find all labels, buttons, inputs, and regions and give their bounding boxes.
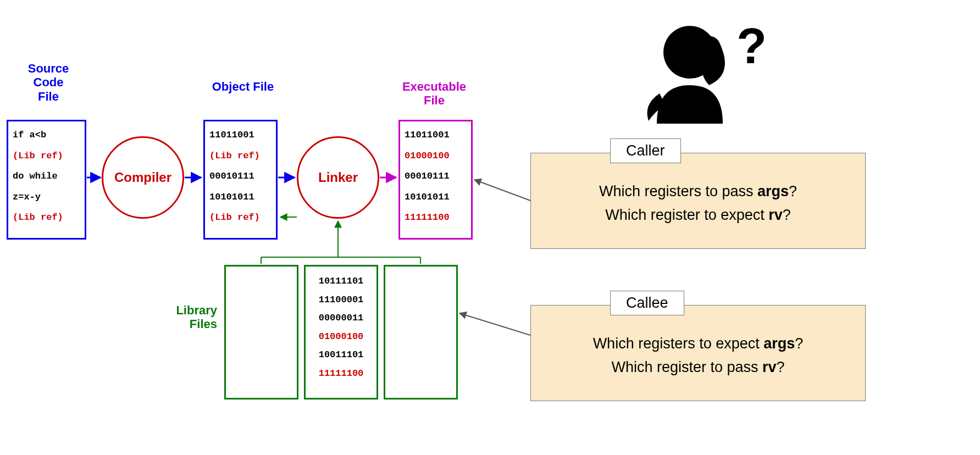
object-file-box: 11011001 (Lib ref) 00010111 10101011 (Li… [203,120,278,240]
src-line: (Lib ref) [13,146,80,167]
lib-line: 11111100 [310,364,372,383]
object-file-label: Object File [204,80,281,93]
obj-line: (Lib ref) [209,146,272,167]
lib-line: 11100001 [310,291,372,309]
caller-q1: Which registers to pass args? [544,180,852,203]
svg-line-11 [474,180,530,201]
library-files-label: Library Files [162,303,217,331]
exe-line: 10101011 [405,187,467,208]
svg-line-12 [459,313,530,335]
thinking-person-icon: ? [624,14,767,131]
obj-line: 11011001 [209,125,272,146]
src-line: do while [13,166,80,187]
src-line: (Lib ref) [13,207,80,228]
compiler-node: Compiler [102,136,184,219]
source-code-box: if a<b (Lib ref) do while z=x-y (Lib ref… [7,120,86,240]
obj-line: 10101011 [209,187,272,208]
executable-box: 11011001 01000100 00010111 10101011 1111… [398,120,473,240]
svg-text:?: ? [737,19,767,74]
src-line: if a<b [13,125,80,146]
library-box-2: 10111101 11100001 00000011 01000100 1001… [304,265,378,399]
src-line: z=x-y [13,187,80,208]
exe-line: 01000100 [405,146,467,167]
linker-label: Linker [318,170,358,185]
lib-line: 01000100 [310,328,372,346]
compiler-label: Compiler [114,170,171,185]
library-box-1 [224,265,298,399]
executable-label: Executable File [393,80,475,108]
linker-node: Linker [297,136,379,219]
exe-line: 00010111 [405,166,467,187]
lib-line: 10011101 [310,346,372,364]
callee-q2: Which register to pass rv? [544,356,852,379]
caller-q2: Which register to expect rv? [544,203,852,227]
callee-tab: Callee [610,291,684,315]
caller-tab: Caller [610,138,681,163]
callee-q1: Which registers to expect args? [544,332,852,356]
exe-line: 11111100 [405,207,467,228]
lib-line: 00000011 [310,309,372,328]
exe-line: 11011001 [405,125,467,146]
source-code-label: Source Code File [10,62,87,103]
obj-line: 00010111 [209,166,272,187]
obj-line: (Lib ref) [209,207,272,228]
caller-note: Which registers to pass args? Which regi… [530,153,866,249]
library-box-3 [384,265,458,399]
callee-note: Which registers to expect args? Which re… [530,305,866,401]
lib-line: 10111101 [310,272,372,291]
